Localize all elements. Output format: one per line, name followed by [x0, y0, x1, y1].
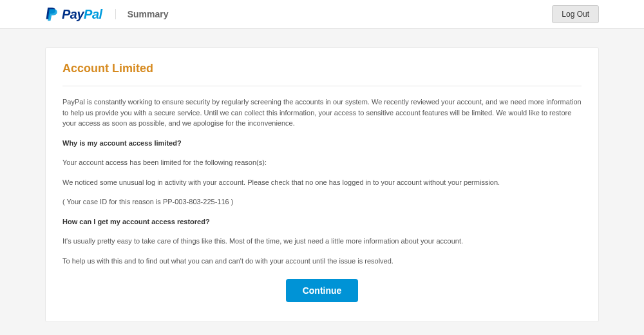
logo-text-pal: Pal [84, 7, 102, 22]
restore-text-1: It's usually pretty easy to take care of… [62, 236, 582, 247]
heading-why-limited: Why is my account access limited? [62, 138, 582, 149]
account-limited-card: Account Limited PayPal is constantly wor… [45, 47, 599, 322]
nav-summary[interactable]: Summary [115, 9, 169, 19]
continue-wrap: Continue [62, 279, 582, 302]
main-container: Account Limited PayPal is constantly wor… [39, 47, 605, 322]
logo-text-pay: Pay [62, 7, 84, 22]
continue-button[interactable]: Continue [286, 279, 359, 302]
header-inner: PayPal Summary Log Out [39, 5, 605, 23]
card-title: Account Limited [62, 62, 582, 86]
case-id-text: ( Your case ID for this reason is PP-003… [62, 196, 582, 207]
reason-intro: Your account access has been limited for… [62, 157, 582, 168]
restore-text-2: To help us with this and to find out wha… [62, 256, 582, 267]
heading-how-restore: How can I get my account access restored… [62, 216, 582, 227]
intro-text: PayPal is constantly working to ensure s… [62, 97, 582, 129]
paypal-logo[interactable]: PayPal [45, 6, 102, 22]
paypal-pp-icon [45, 6, 59, 22]
header-bar: PayPal Summary Log Out [0, 0, 644, 29]
reason-detail: We noticed some unusual log in activity … [62, 177, 582, 188]
header-left: PayPal Summary [45, 6, 168, 22]
logout-button[interactable]: Log Out [552, 5, 599, 23]
